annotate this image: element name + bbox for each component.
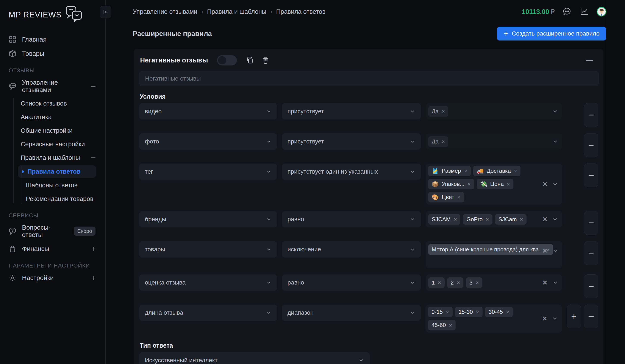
chip-remove-icon[interactable]: × <box>449 322 452 328</box>
remove-condition-button[interactable] <box>584 133 598 157</box>
condition-field-select[interactable]: длина отзыва <box>139 305 277 321</box>
clear-all-icon[interactable]: × <box>543 180 547 188</box>
add-condition-button[interactable]: + <box>567 305 581 328</box>
chevron-down-icon[interactable] <box>552 108 558 114</box>
value-chip: 🎽Размер× <box>428 166 471 176</box>
breadcrumb-item[interactable]: Правила ответов <box>276 8 325 15</box>
stats-chart-icon[interactable] <box>579 7 589 17</box>
breadcrumb-item[interactable]: Правила и шаблоны <box>207 8 266 15</box>
sidebar-item-label: Главная <box>22 36 47 43</box>
condition-field-select[interactable]: оценка отзыва <box>139 274 277 291</box>
sidebar-item-analytics[interactable]: Аналитика <box>0 110 105 124</box>
remove-condition-button[interactable] <box>584 164 598 187</box>
condition-operator-select[interactable]: присутствует один из указанных <box>282 164 421 180</box>
value-chip: Мотор А (сине-красные провода) для ква..… <box>428 244 553 255</box>
condition-value-multiselect[interactable]: Мотор А (сине-красные провода) для ква..… <box>426 241 562 268</box>
sidebar-item-label: Аналитика <box>21 113 52 121</box>
sidebar-item-settings[interactable]: Настройки + <box>0 271 105 285</box>
answer-type-select[interactable]: Искусственный интеллект <box>139 352 370 364</box>
breadcrumb-item[interactable]: Управление отзывами <box>133 8 197 15</box>
expand-group-icon[interactable]: + <box>91 276 95 280</box>
delete-rule-button[interactable] <box>261 55 271 65</box>
chevron-down-icon[interactable] <box>552 216 558 223</box>
chip-remove-icon[interactable]: × <box>457 280 460 285</box>
chip-remove-icon[interactable]: × <box>464 168 467 174</box>
chevron-down-icon[interactable] <box>552 315 558 322</box>
condition-field-select[interactable]: бренды <box>139 211 277 227</box>
remove-condition-button[interactable] <box>584 274 598 298</box>
condition-field-select[interactable]: фото <box>139 133 277 150</box>
condition-operator-select[interactable]: исключение <box>282 241 421 258</box>
chat-icon[interactable] <box>562 7 572 17</box>
rule-enabled-toggle[interactable] <box>217 55 237 65</box>
chevron-down-icon[interactable] <box>552 138 558 145</box>
sidebar-item-review-list[interactable]: Список отзывов <box>0 97 105 110</box>
chip-remove-icon[interactable]: × <box>442 109 445 114</box>
chip-remove-icon[interactable]: × <box>476 280 479 285</box>
chip-remove-icon[interactable]: × <box>468 181 471 187</box>
create-rule-label: Создать расширенное правило <box>512 30 599 37</box>
condition-field-select[interactable]: видео <box>139 103 277 119</box>
clear-all-icon[interactable]: × <box>543 215 547 223</box>
chevron-down-icon[interactable] <box>552 248 558 254</box>
sidebar-item-service-settings[interactable]: Сервисные настройки <box>0 138 105 151</box>
collapse-group-icon[interactable] <box>91 157 95 158</box>
sidebar-item-home[interactable]: Главная <box>0 32 105 47</box>
chip-remove-icon[interactable]: × <box>514 168 517 174</box>
remove-condition-button[interactable] <box>584 211 598 235</box>
condition-value-multiselect[interactable]: 0-15× 15-30× 30-45× 45-60× × <box>425 305 562 333</box>
condition-value-multiselect[interactable]: Да× <box>426 133 562 150</box>
remove-condition-button[interactable] <box>584 241 598 265</box>
clear-all-icon[interactable]: × <box>542 315 547 322</box>
chip-remove-icon[interactable]: × <box>446 309 449 315</box>
sidebar-item-finance[interactable]: Финансы + <box>0 242 105 256</box>
condition-operator-select[interactable]: равно <box>282 274 421 291</box>
chip-remove-icon[interactable]: × <box>454 217 457 222</box>
chevron-down-icon[interactable] <box>552 181 558 187</box>
chip-remove-icon[interactable]: × <box>506 309 509 315</box>
select-value: видео <box>145 108 162 115</box>
condition-field-select[interactable]: тег <box>139 164 277 180</box>
condition-value-multiselect[interactable]: SJCAM× GoPro× SJCam× × <box>426 211 562 227</box>
chip-remove-icon[interactable]: × <box>438 280 441 285</box>
chip-remove-icon[interactable]: × <box>457 195 461 200</box>
sidebar-item-review-management[interactable]: Управление отзывами <box>0 76 105 97</box>
remove-condition-button[interactable] <box>584 305 598 328</box>
sidebar-item-product-recommendations[interactable]: Рекомендации товаров <box>0 192 105 206</box>
collapse-card-button[interactable] <box>585 55 594 65</box>
select-value: товары <box>145 246 165 253</box>
remove-condition-button[interactable] <box>584 103 598 127</box>
chevron-down-icon[interactable] <box>552 279 558 286</box>
sidebar-item-answer-templates[interactable]: Шаблоны ответов <box>0 179 105 192</box>
sidebar-collapse-button[interactable] <box>100 6 111 18</box>
condition-operator-select[interactable]: равно <box>282 211 421 227</box>
condition-value-multiselect[interactable]: Да× <box>426 103 562 119</box>
clear-all-icon[interactable]: × <box>543 279 547 286</box>
create-rule-button[interactable]: + Создать расширенное правило <box>497 27 606 40</box>
expand-group-icon[interactable]: + <box>91 247 95 251</box>
logo-speech-bubbles-icon <box>64 6 82 22</box>
sidebar-item-qa[interactable]: Вопросы-ответы Скоро <box>0 221 105 242</box>
condition-value-multiselect[interactable]: 1× 2× 3× × <box>426 274 562 291</box>
clear-all-icon[interactable]: × <box>543 247 547 254</box>
sidebar-item-label: Настройки <box>22 274 54 281</box>
conditions-label: Условия <box>140 93 598 100</box>
condition-operator-select[interactable]: присутствует <box>282 133 421 150</box>
sidebar-item-products[interactable]: Товары <box>0 47 105 61</box>
condition-operator-select[interactable]: диапазон <box>282 305 421 321</box>
condition-value-multiselect[interactable]: 🎽Размер× 🚚Доставка× 📦Упаков...× 💸Цена× 🎨… <box>426 164 562 205</box>
collapse-group-icon[interactable] <box>91 86 95 86</box>
chip-remove-icon[interactable]: × <box>486 217 489 222</box>
chip-remove-icon[interactable]: × <box>476 309 479 315</box>
copy-rule-button[interactable] <box>245 55 255 65</box>
rule-name-input[interactable] <box>139 71 599 86</box>
chip-remove-icon[interactable]: × <box>507 181 510 187</box>
sidebar-item-rules-templates[interactable]: Правила и шаблоны <box>0 151 105 165</box>
chip-remove-icon[interactable]: × <box>520 217 523 222</box>
sidebar-item-general-settings[interactable]: Общие настройки <box>0 124 105 138</box>
avatar[interactable] <box>596 7 606 17</box>
condition-field-select[interactable]: товары <box>139 241 277 258</box>
sidebar-item-answer-rules[interactable]: Правила ответов <box>18 166 96 178</box>
condition-operator-select[interactable]: присутствует <box>282 103 421 119</box>
chip-remove-icon[interactable]: × <box>442 139 445 144</box>
